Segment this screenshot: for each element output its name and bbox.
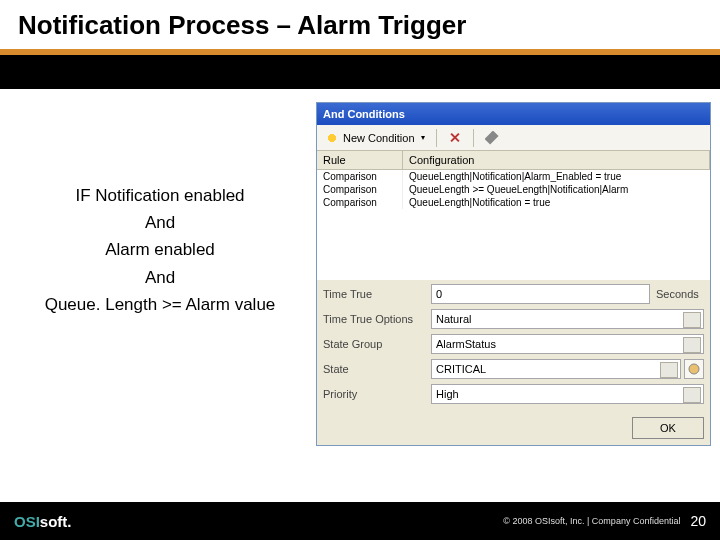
new-condition-button[interactable]: New Condition ▾ bbox=[321, 130, 429, 146]
pseudo-line: And bbox=[10, 209, 310, 236]
form-area: Time True 0 Seconds Time True Options Na… bbox=[317, 280, 710, 413]
priority-select[interactable]: High bbox=[431, 384, 704, 404]
svg-point-0 bbox=[689, 364, 699, 374]
state-group-label: State Group bbox=[323, 338, 431, 350]
pseudo-line: Alarm enabled bbox=[10, 236, 310, 263]
conditions-window: And Conditions New Condition ▾ bbox=[316, 102, 711, 446]
wrench-icon bbox=[485, 131, 499, 145]
window-titlebar[interactable]: And Conditions bbox=[317, 103, 710, 125]
palette-icon bbox=[688, 363, 700, 375]
page-number: 20 bbox=[690, 513, 706, 529]
black-strip bbox=[0, 55, 720, 89]
state-palette-button[interactable] bbox=[684, 359, 704, 379]
pseudo-line: And bbox=[10, 264, 310, 291]
time-true-options-label: Time True Options bbox=[323, 313, 431, 325]
state-label: State bbox=[323, 363, 431, 375]
cell-rule: Comparison bbox=[317, 196, 403, 209]
footer: OSIsoft. © 2008 OSIsoft, Inc. | Company … bbox=[0, 502, 720, 540]
slide-title: Notification Process – Alarm Trigger bbox=[18, 10, 702, 41]
cell-config: QueueLength >= QueueLength|Notification|… bbox=[403, 183, 710, 196]
copyright-text: © 2008 OSIsoft, Inc. | Company Confident… bbox=[503, 516, 680, 526]
toolbar-separator bbox=[473, 129, 474, 147]
delete-icon bbox=[448, 131, 462, 145]
time-true-unit: Seconds bbox=[650, 288, 704, 300]
grid-header: Rule Configuration bbox=[317, 151, 710, 170]
time-true-label: Time True bbox=[323, 288, 431, 300]
conditions-grid: Rule Configuration Comparison QueueLengt… bbox=[317, 151, 710, 280]
state-select[interactable]: CRITICAL bbox=[431, 359, 681, 379]
window-title: And Conditions bbox=[323, 108, 405, 120]
cell-config: QueueLength|Notification|Alarm_Enabled =… bbox=[403, 170, 710, 183]
grid-body[interactable]: Comparison QueueLength|Notification|Alar… bbox=[317, 170, 710, 280]
chevron-down-icon: ▾ bbox=[421, 133, 425, 142]
state-group-select[interactable]: AlarmStatus bbox=[431, 334, 704, 354]
cell-rule: Comparison bbox=[317, 183, 403, 196]
pseudocode-block: IF Notification enabled And Alarm enable… bbox=[10, 182, 310, 318]
delete-button[interactable] bbox=[444, 130, 466, 146]
cell-rule: Comparison bbox=[317, 170, 403, 183]
configure-button[interactable] bbox=[481, 130, 503, 146]
toolbar: New Condition ▾ bbox=[317, 125, 710, 151]
time-true-options-select[interactable]: Natural bbox=[431, 309, 704, 329]
new-condition-label: New Condition bbox=[343, 132, 415, 144]
pseudo-line: IF Notification enabled bbox=[10, 182, 310, 209]
ok-button[interactable]: OK bbox=[632, 417, 704, 439]
star-icon bbox=[325, 131, 339, 145]
brand-logo: OSIsoft. bbox=[14, 513, 72, 530]
col-rule[interactable]: Rule bbox=[317, 151, 403, 169]
priority-label: Priority bbox=[323, 388, 431, 400]
table-row[interactable]: Comparison QueueLength|Notification = tr… bbox=[317, 196, 710, 209]
pseudo-line: Queue. Length >= Alarm value bbox=[10, 291, 310, 318]
time-true-input[interactable]: 0 bbox=[431, 284, 650, 304]
table-row[interactable]: Comparison QueueLength|Notification|Alar… bbox=[317, 170, 710, 183]
table-row[interactable]: Comparison QueueLength >= QueueLength|No… bbox=[317, 183, 710, 196]
toolbar-separator bbox=[436, 129, 437, 147]
col-configuration[interactable]: Configuration bbox=[403, 151, 710, 169]
cell-config: QueueLength|Notification = true bbox=[403, 196, 710, 209]
